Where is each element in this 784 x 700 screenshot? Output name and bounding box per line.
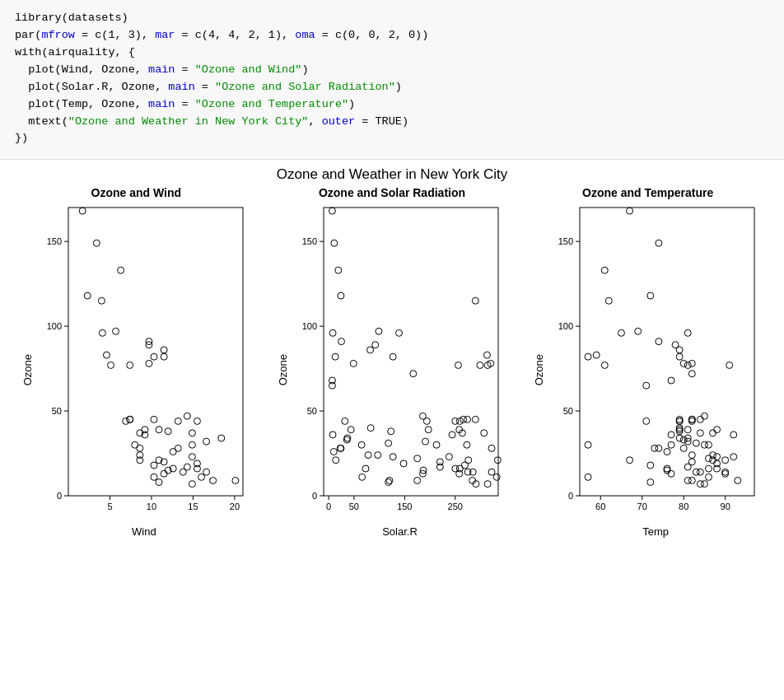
code-line: plot(Wind, Ozone, main = "Ozone and Wind…	[15, 62, 769, 79]
svg-text:70: 70	[637, 502, 647, 511]
svg-text:50: 50	[349, 502, 359, 511]
scatter-wind: 5101520050100150	[37, 201, 251, 522]
svg-text:20: 20	[230, 502, 240, 511]
plot-solar-y-label: Ozone	[277, 354, 289, 385]
plot-solar-inner: Ozone 050150250050100150 Solar.R	[277, 201, 506, 538]
svg-text:50: 50	[563, 406, 573, 416]
svg-text:90: 90	[721, 502, 730, 511]
code-block: library(datasets)par(mfrow = c(1, 3), ma…	[0, 0, 784, 160]
plots-row: Ozone and Wind Ozone 5101520050100150 Wi…	[0, 186, 784, 538]
svg-text:100: 100	[558, 321, 573, 331]
code-line: mtext("Ozone and Weather in New York Cit…	[15, 114, 769, 131]
svg-text:60: 60	[595, 502, 605, 511]
plot-wind-x-label: Wind	[132, 525, 156, 538]
svg-text:250: 250	[448, 502, 463, 511]
plot-solar-title: Ozone and Solar Radiation	[319, 186, 465, 199]
svg-text:100: 100	[46, 321, 61, 331]
code-line: plot(Solar.R, Ozone, main = "Ozone and S…	[15, 79, 769, 96]
plot-wind-title: Ozone and Wind	[91, 186, 182, 199]
scatter-temp: 60708090050100150	[548, 201, 763, 522]
svg-text:10: 10	[147, 502, 156, 511]
plot-temp-title: Ozone and Temperature	[582, 186, 713, 199]
plot-solar-body: 050150250050100150 Solar.R	[292, 201, 506, 538]
plot-temp-x-label: Temp	[642, 525, 669, 538]
svg-text:150: 150	[46, 237, 61, 247]
plot-solar-x-label: Solar.R	[382, 525, 418, 538]
svg-text:0: 0	[327, 502, 332, 511]
svg-text:50: 50	[52, 406, 62, 416]
svg-rect-169	[580, 208, 754, 496]
svg-rect-0	[68, 208, 243, 496]
plot-wind: Ozone and Wind Ozone 5101520050100150 Wi…	[21, 186, 251, 538]
svg-text:0: 0	[312, 491, 317, 501]
svg-text:50: 50	[307, 406, 317, 416]
plot-wind-body: 5101520050100150 Wind	[37, 201, 251, 538]
code-line: with(airquality, {	[15, 44, 769, 62]
svg-text:150: 150	[302, 237, 317, 247]
svg-rect-73	[324, 208, 498, 496]
svg-text:150: 150	[398, 502, 413, 511]
code-line: plot(Temp, Ozone, main = "Ozone and Temp…	[15, 96, 769, 114]
code-line: })	[15, 130, 769, 147]
code-line: par(mfrow = c(1, 3), mar = c(4, 4, 2, 1)…	[15, 27, 769, 44]
plot-temp-inner: Ozone 60708090050100150 Temp	[533, 201, 763, 538]
svg-text:0: 0	[57, 491, 62, 501]
scatter-solar: 050150250050100150	[292, 201, 506, 522]
outer-chart-title: Ozone and Weather in New York City	[0, 166, 784, 183]
svg-text:150: 150	[558, 237, 573, 247]
plot-wind-inner: Ozone 5101520050100150 Wind	[21, 201, 251, 538]
plot-wind-y-label: Ozone	[21, 354, 34, 385]
svg-text:5: 5	[107, 502, 112, 511]
plot-temp-y-label: Ozone	[533, 354, 545, 385]
plot-solar: Ozone and Solar Radiation Ozone 05015025…	[277, 186, 506, 538]
svg-text:100: 100	[302, 321, 317, 331]
svg-text:15: 15	[188, 502, 198, 511]
chart-section: Ozone and Weather in New York City Ozone…	[0, 166, 784, 669]
plot-temp: Ozone and Temperature Ozone 607080900501…	[533, 186, 763, 538]
svg-text:80: 80	[679, 502, 688, 511]
svg-text:0: 0	[568, 491, 573, 501]
plot-temp-body: 60708090050100150 Temp	[548, 201, 763, 538]
code-line: library(datasets)	[15, 10, 769, 27]
